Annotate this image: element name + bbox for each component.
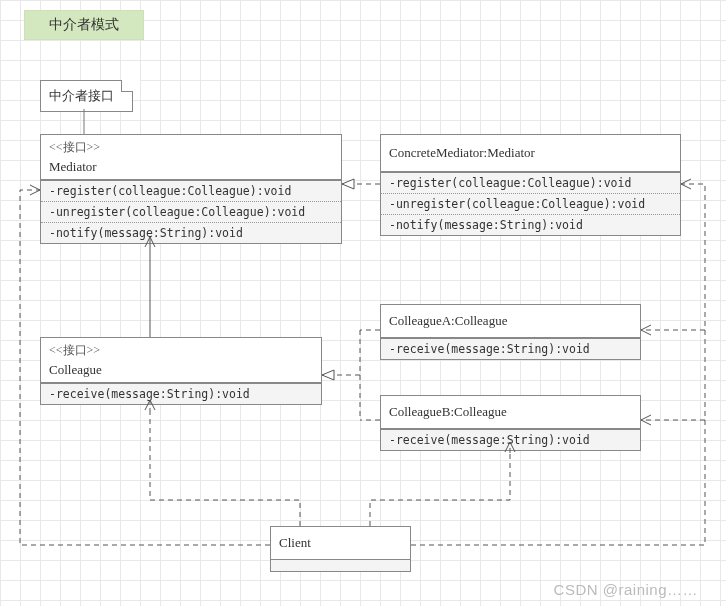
concrete-mediator-method: -register(colleague:Colleague):void [381,173,680,194]
class-colleague-a: ColleagueA:Colleague -receive(message:St… [380,304,641,360]
class-mediator: <<接口>> Mediator -register(colleague:Coll… [40,134,342,244]
concrete-mediator-method: -unregister(colleague:Colleague):void [381,194,680,215]
concrete-mediator-method: -notify(message:String):void [381,215,680,235]
mediator-method: -register(colleague:Colleague):void [41,181,341,202]
class-client: Client [270,526,411,572]
concrete-mediator-name: ConcreteMediator:Mediator [389,139,672,167]
colleague-a-method: -receive(message:String):void [381,339,640,359]
colleague-b-name: ColleagueB:Colleague [389,400,632,424]
class-colleague: <<接口>> Colleague -receive(message:String… [40,337,322,405]
mediator-method: -notify(message:String):void [41,223,341,243]
colleague-name: Colleague [49,359,313,378]
colleague-b-method: -receive(message:String):void [381,430,640,450]
colleague-stereotype: <<接口>> [49,342,313,359]
class-concrete-mediator: ConcreteMediator:Mediator -register(coll… [380,134,681,236]
colleague-method: -receive(message:String):void [41,384,321,404]
mediator-stereotype: <<接口>> [49,139,333,156]
note-label: 中介者接口 [49,88,114,103]
mediator-method: -unregister(colleague:Colleague):void [41,202,341,223]
class-colleague-b: ColleagueB:Colleague -receive(message:St… [380,395,641,451]
mediator-name: Mediator [49,156,333,175]
watermark: CSDN @raining…… [554,581,698,598]
colleague-a-name: ColleagueA:Colleague [389,309,632,333]
note-mediator-interface: 中介者接口 [40,80,133,112]
client-name: Client [279,531,402,555]
diagram-title: 中介者模式 [24,10,144,40]
